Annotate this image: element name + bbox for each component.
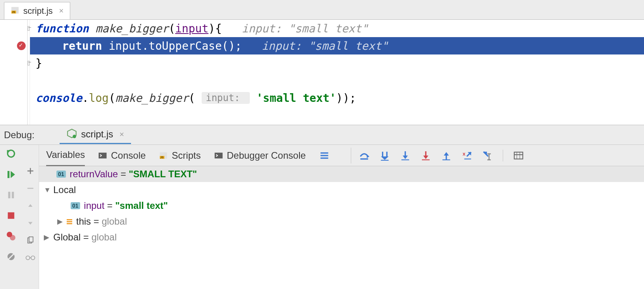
string-badge-icon: 01: [71, 202, 80, 209]
tab-console[interactable]: Console: [98, 145, 146, 166]
remove-watch-button[interactable]: [26, 184, 35, 193]
svg-marker-40: [402, 156, 408, 159]
chevron-down-icon: ▼: [44, 186, 49, 194]
copy-button[interactable]: [26, 236, 35, 245]
debug-label: Debug:: [4, 129, 34, 141]
breakpoint-icon[interactable]: [17, 41, 26, 50]
tab-debugger-console[interactable]: Debugger Console: [214, 145, 306, 166]
editor-code[interactable]: function make_bigger(input){ input: "sma…: [30, 20, 644, 125]
svg-marker-46: [444, 152, 449, 156]
svg-point-4: [73, 135, 77, 138]
step-into-button[interactable]: [380, 150, 390, 161]
svg-rect-6: [7, 171, 9, 178]
step-controls: x: [351, 148, 524, 163]
debug-runconfig-tab[interactable]: script.js ×: [60, 126, 131, 144]
scope-global[interactable]: ▶ Global = global: [39, 229, 644, 245]
editor-gutter[interactable]: [0, 20, 28, 125]
editor: function make_bigger(input){ input: "sma…: [0, 20, 644, 125]
add-watch-button[interactable]: [26, 166, 35, 176]
smart-step-into-button[interactable]: [421, 150, 431, 161]
view-breakpoints-button[interactable]: [5, 230, 17, 242]
svg-rect-25: [99, 152, 107, 158]
close-icon[interactable]: ×: [59, 6, 64, 15]
svg-point-23: [31, 256, 35, 260]
rerun-button[interactable]: [5, 148, 17, 160]
code-line[interactable]: [30, 72, 644, 89]
debug-secondary-controls: [22, 145, 39, 289]
svg-rect-57: [514, 152, 523, 159]
debug-toolwindow: Debug: script.js ×: [0, 125, 644, 289]
svg-point-12: [10, 235, 15, 240]
chevron-right-icon: ▶: [57, 217, 63, 226]
editor-tabbar: JS script.js ×: [0, 0, 644, 20]
fold-icon[interactable]: [28, 26, 30, 31]
editor-tab-script[interactable]: JS script.js ×: [4, 2, 70, 19]
svg-rect-10: [7, 212, 14, 219]
code-line[interactable]: function make_bigger(input){ input: "sma…: [30, 20, 644, 37]
resume-button[interactable]: [5, 169, 17, 180]
scope-local[interactable]: ▼ Local: [39, 182, 644, 198]
fold-icon[interactable]: [28, 61, 30, 66]
object-icon: [67, 219, 72, 224]
svg-text:JS: JS: [12, 10, 15, 14]
svg-marker-37: [381, 156, 389, 160]
mute-breakpoints-button[interactable]: [5, 251, 17, 263]
step-over-button[interactable]: [359, 150, 369, 161]
svg-rect-29: [215, 152, 223, 158]
force-step-into-button[interactable]: [400, 150, 410, 161]
debug-runconfig-label: script.js: [81, 129, 113, 140]
code-line[interactable]: return input.toUpperCase(); input: "smal…: [30, 37, 644, 54]
svg-marker-7: [11, 171, 15, 178]
debug-run-controls: [0, 145, 22, 289]
svg-rect-21: [29, 237, 33, 242]
svg-marker-18: [28, 204, 32, 207]
code-line[interactable]: console.log(make_bigger( input: 'small t…: [30, 89, 644, 107]
code-line[interactable]: }: [30, 54, 644, 72]
step-out-button[interactable]: [441, 150, 451, 161]
svg-text:JS: JS: [160, 156, 164, 159]
stop-button[interactable]: [5, 210, 17, 221]
debug-header: Debug: script.js ×: [0, 125, 644, 145]
variable-row-input[interactable]: 01 input = "small text": [39, 198, 644, 214]
down-button[interactable]: [26, 218, 35, 228]
variable-row-return[interactable]: 01 returnValue = "SMALL TEXT": [39, 166, 644, 182]
code-line[interactable]: [30, 107, 644, 124]
pause-button[interactable]: [5, 189, 17, 201]
svg-marker-34: [367, 154, 369, 158]
variables-panel[interactable]: 01 returnValue = "SMALL TEXT" ▼ Local 01…: [39, 166, 644, 289]
variable-row-this[interactable]: ▶ this = global: [39, 214, 644, 229]
svg-rect-9: [11, 192, 14, 199]
js-file-icon: JS: [11, 6, 19, 16]
string-badge-icon: 01: [56, 171, 66, 178]
debug-tabs: Variables Console JS Scripts Debugger Co…: [39, 145, 644, 166]
svg-point-22: [26, 256, 30, 260]
svg-marker-19: [28, 222, 32, 225]
tab-variables[interactable]: Variables: [46, 145, 85, 166]
nodejs-icon: [67, 128, 77, 140]
threads-icon[interactable]: [319, 150, 329, 161]
editor-tab-label: script.js: [23, 6, 53, 16]
evaluate-expression-button[interactable]: [513, 150, 524, 161]
svg-rect-8: [8, 192, 10, 199]
close-icon[interactable]: ×: [120, 130, 124, 139]
tab-scripts[interactable]: JS Scripts: [159, 145, 200, 166]
drop-frame-button[interactable]: x: [462, 150, 472, 161]
svg-marker-43: [423, 156, 428, 159]
run-to-cursor-button[interactable]: [482, 150, 492, 161]
chevron-right-icon: ▶: [44, 233, 49, 242]
svg-text:x: x: [462, 151, 466, 157]
glasses-icon[interactable]: [26, 253, 35, 263]
up-button[interactable]: [26, 201, 35, 210]
